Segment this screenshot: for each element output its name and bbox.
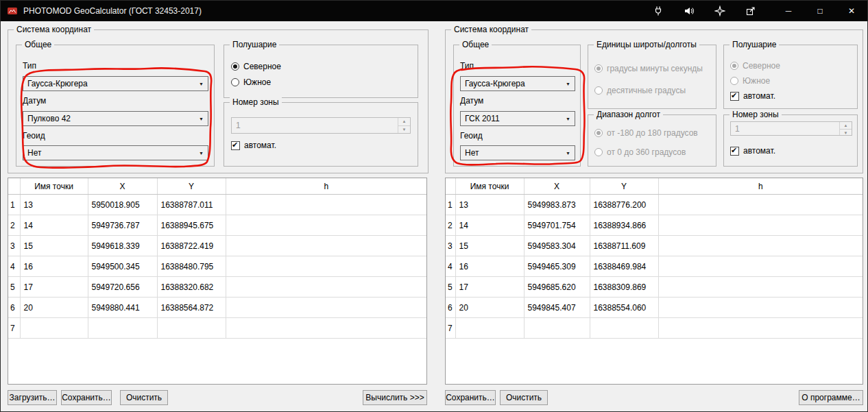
cell-x[interactable]: 5949720.656 [88,277,157,298]
left-geoid-combobox[interactable]: Нет ▼ [23,145,208,160]
left-south-radio[interactable]: Южное [231,77,271,87]
close-button[interactable]: ✕ [836,1,867,21]
cell-name[interactable] [20,318,88,339]
table-header-row: Имя точки X Y h [8,178,426,195]
row-header[interactable]: 7 [8,318,20,339]
checkbox-label: автомат. [743,146,775,156]
right-save-button[interactable]: Сохранить… [445,390,496,405]
cell-h[interactable] [658,298,863,318]
row-header[interactable]: 5 [8,277,20,298]
cell-x[interactable]: 5949618.339 [88,236,157,256]
cell-name[interactable]: 17 [455,277,524,298]
crosshair-icon[interactable] [704,1,735,21]
calculate-button[interactable]: Вычислить >>> [363,390,427,405]
cell-x[interactable]: 5949701.754 [524,215,590,236]
cell-y[interactable]: 16388480.795 [157,256,226,277]
row-header[interactable]: 7 [446,318,455,339]
cell-name[interactable]: 16 [455,256,524,277]
cell-x[interactable] [524,318,590,339]
load-button[interactable]: Загрузить… [8,390,57,405]
about-button[interactable]: О программе… [799,390,863,405]
cell-name[interactable]: 13 [20,195,88,215]
cell-name[interactable]: 14 [455,215,524,236]
left-datum-combobox[interactable]: Пулково 42 ▼ [23,111,208,126]
cell-h[interactable] [226,277,426,298]
row-header[interactable]: 2 [8,215,20,236]
cell-name[interactable]: 15 [20,236,88,256]
row-header[interactable]: 4 [446,256,455,277]
cell-x[interactable]: 5949500.345 [88,256,157,277]
cell-y[interactable]: 16388469.984 [590,256,658,277]
cell-name[interactable]: 15 [455,236,524,256]
minimize-button[interactable]: ─ [773,1,804,21]
col-header-y: Y [590,178,658,195]
cell-h[interactable] [226,298,426,318]
right-clear-button[interactable]: Очистить [500,390,548,405]
cell-name[interactable]: 20 [455,298,524,318]
left-save-button[interactable]: Сохранить… [61,390,112,405]
cell-x[interactable]: 5949685.620 [524,277,590,298]
cell-x[interactable]: 5949880.441 [88,298,157,318]
row-header[interactable]: 6 [8,298,20,318]
cell-y[interactable]: 16388320.682 [157,277,226,298]
cell-y[interactable]: 16388554.060 [590,298,658,318]
row-header[interactable]: 2 [446,215,455,236]
left-clear-button[interactable]: Очистить [120,390,168,405]
cell-y[interactable]: 16388945.675 [157,215,226,236]
cell-h[interactable] [658,277,863,298]
cell-h[interactable] [226,318,426,339]
cell-y[interactable]: 16388787.011 [157,195,226,215]
external-window-icon[interactable] [735,1,766,21]
cell-x[interactable] [88,318,157,339]
cell-y[interactable]: 16388776.200 [590,195,658,215]
cell-h[interactable] [658,236,863,256]
row-header[interactable]: 1 [446,195,455,215]
cell-y[interactable]: 16388564.872 [157,298,226,318]
cell-h[interactable] [226,195,426,215]
cell-y[interactable] [590,318,658,339]
geoid-label: Геоид [23,131,45,141]
cell-y[interactable]: 16388934.866 [590,215,658,236]
cell-x[interactable]: 5950018.905 [88,195,157,215]
row-header[interactable]: 5 [446,277,455,298]
left-auto-zone-checkbox[interactable]: ✔ автомат. [231,141,276,150]
right-type-combobox[interactable]: Гаусса-Крюгера ▼ [460,76,575,91]
checkbox-icon: ✔ [730,92,739,101]
row-header[interactable]: 3 [8,236,20,256]
cell-name[interactable]: 13 [455,195,524,215]
connection-icon[interactable] [642,1,673,21]
row-header[interactable]: 6 [446,298,455,318]
cell-h[interactable] [226,236,426,256]
speaker-icon[interactable] [673,1,704,21]
left-type-combobox[interactable]: Гаусса-Крюгера ▼ [23,76,208,91]
right-auto-zone-checkbox[interactable]: ✔ автомат. [730,146,775,156]
row-header[interactable]: 3 [446,236,455,256]
cell-h[interactable] [658,215,863,236]
right-geoid-combobox[interactable]: Нет ▼ [460,145,575,160]
row-header[interactable]: 1 [8,195,20,215]
cell-name[interactable] [455,318,524,339]
cell-x[interactable]: 5949736.787 [88,215,157,236]
cell-h[interactable] [658,256,863,277]
left-north-radio[interactable]: Северное [231,62,281,71]
right-datum-combobox[interactable]: ГСК 2011 ▼ [460,111,575,126]
cell-x[interactable]: 5949465.309 [524,256,590,277]
cell-name[interactable]: 20 [20,298,88,318]
cell-h[interactable] [226,256,426,277]
cell-y[interactable]: 16388722.419 [157,236,226,256]
cell-h[interactable] [226,215,426,236]
cell-y[interactable] [157,318,226,339]
cell-h[interactable] [658,195,863,215]
cell-y[interactable]: 16388309.869 [590,277,658,298]
cell-name[interactable]: 14 [20,215,88,236]
cell-name[interactable]: 16 [20,256,88,277]
cell-x[interactable]: 5949583.304 [524,236,590,256]
right-auto-hemisphere-checkbox[interactable]: ✔ автомат. [730,91,775,101]
cell-y[interactable]: 16388711.609 [590,236,658,256]
row-header[interactable]: 4 [8,256,20,277]
cell-name[interactable]: 17 [20,277,88,298]
cell-h[interactable] [658,318,863,339]
cell-x[interactable]: 5949845.407 [524,298,590,318]
cell-x[interactable]: 5949983.873 [524,195,590,215]
maximize-button[interactable]: □ [804,1,836,21]
